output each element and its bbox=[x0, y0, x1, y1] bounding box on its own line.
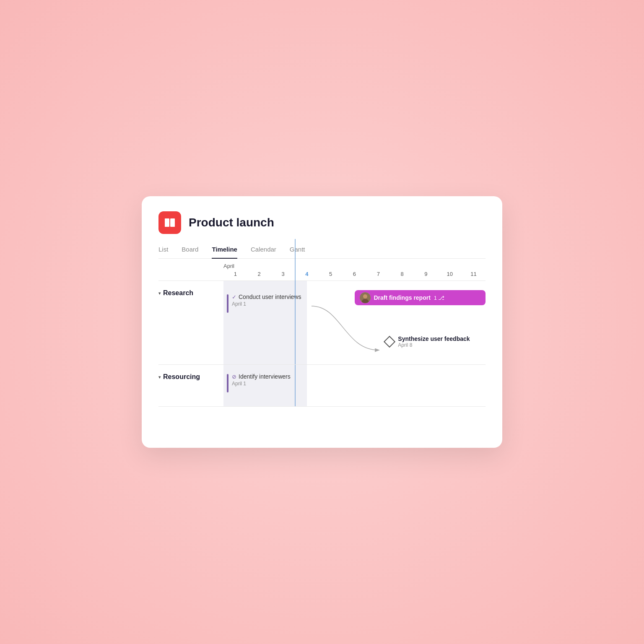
date-7: 7 bbox=[366, 271, 390, 277]
date-5: 5 bbox=[319, 271, 343, 277]
tab-board[interactable]: Board bbox=[182, 246, 198, 259]
date-1: 1 bbox=[223, 271, 247, 277]
check-icon-interviews: ✓ bbox=[232, 294, 236, 300]
date-4: 4 bbox=[295, 271, 319, 277]
tab-list[interactable]: List bbox=[158, 246, 168, 259]
date-3: 3 bbox=[271, 271, 295, 277]
branch-icon: ⎇ bbox=[438, 295, 444, 301]
main-card: Product launch List Board Timeline Calen… bbox=[142, 196, 502, 448]
month-label: April bbox=[223, 259, 234, 271]
section-label-resourcing: ▾ Resourcing bbox=[158, 373, 200, 381]
research-timeline: ✓ Conduct user interviews April 1 bbox=[223, 281, 486, 364]
date-8: 8 bbox=[390, 271, 414, 277]
circle-check-icon: ⊘ bbox=[232, 374, 236, 380]
identify-task-date: April 1 bbox=[232, 381, 291, 387]
date-row: 1 2 3 4 5 6 7 8 9 10 11 bbox=[158, 271, 486, 281]
task-identify-interviewers[interactable]: ⊘ Identify interviewers April 1 bbox=[227, 373, 291, 392]
draft-report-badge: 1 ⎇ bbox=[434, 295, 444, 301]
avatar bbox=[360, 292, 371, 303]
date-6: 6 bbox=[343, 271, 366, 277]
section-label-col-resourcing: ▾ Resourcing bbox=[158, 365, 223, 406]
date-10: 10 bbox=[438, 271, 462, 277]
header: Product launch bbox=[158, 211, 486, 234]
timeline-area: April 1 2 3 4 5 6 7 8 9 10 11 ▾ bbox=[158, 259, 486, 407]
draft-report-name: Draft findings report bbox=[374, 294, 431, 301]
resourcing-timeline: ⊘ Identify interviewers April 1 bbox=[223, 365, 486, 406]
section-label-col-research: ▾ Research bbox=[158, 281, 223, 364]
app-icon bbox=[158, 211, 181, 234]
section-resourcing: ▾ Resourcing ⊘ Identify in bbox=[158, 365, 486, 407]
task-conduct-interviews[interactable]: ✓ Conduct user interviews April 1 bbox=[227, 293, 301, 313]
svg-point-4 bbox=[363, 294, 367, 299]
diamond-icon bbox=[384, 336, 395, 348]
identify-task-name: Identify interviewers bbox=[239, 373, 291, 380]
chevron-research[interactable]: ▾ bbox=[158, 291, 161, 296]
tab-timeline[interactable]: Timeline bbox=[212, 246, 237, 259]
date-11: 11 bbox=[462, 271, 486, 277]
tabs-bar: List Board Timeline Calendar Gantt bbox=[158, 246, 486, 259]
interview-task-date: April 1 bbox=[232, 301, 301, 307]
milestone-synthesize[interactable]: Synthesize user feedback April 8 bbox=[385, 335, 470, 348]
task-bar-draft-report[interactable]: Draft findings report 1 ⎇ bbox=[355, 290, 486, 305]
interview-task-name: Conduct user interviews bbox=[239, 293, 301, 300]
milestone-name: Synthesize user feedback bbox=[398, 335, 470, 342]
date-9: 9 bbox=[414, 271, 438, 277]
milestone-date: April 8 bbox=[398, 342, 470, 348]
dates-header: 1 2 3 4 5 6 7 8 9 10 11 bbox=[223, 271, 486, 277]
project-title: Product launch bbox=[189, 216, 274, 229]
tab-calendar[interactable]: Calendar bbox=[251, 246, 276, 259]
section-research: ▾ Research bbox=[158, 281, 486, 365]
date-2: 2 bbox=[247, 271, 271, 277]
research-label: Research bbox=[163, 289, 193, 297]
resourcing-label: Resourcing bbox=[163, 373, 200, 381]
tab-gantt[interactable]: Gantt bbox=[290, 246, 305, 259]
section-label-research: ▾ Research bbox=[158, 289, 193, 297]
chevron-resourcing[interactable]: ▾ bbox=[158, 375, 161, 379]
